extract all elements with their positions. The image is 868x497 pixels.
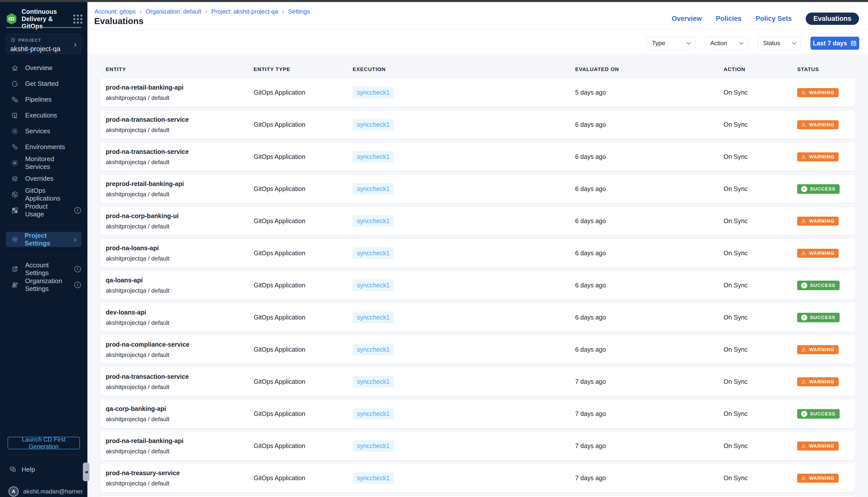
execution-link[interactable]: synccheck1 [353,247,394,259]
organization-settings-icon [11,281,18,289]
execution-link[interactable]: synccheck1 [353,472,394,484]
action-value: On Sync [724,442,797,450]
table-row[interactable]: prod-na-compliance-service akshitproject… [100,335,855,364]
execution-link[interactable]: synccheck1 [353,215,394,227]
user-profile[interactable]: A akshit.madan@harnes... [0,484,87,497]
date-range-label: Last 7 days [813,40,847,47]
execution-link[interactable]: synccheck1 [353,87,394,98]
entity-name: prod-na-retail-banking-api [106,84,254,91]
status-badge: ⚠ WARNING [797,120,839,129]
dropdown-label: Status [763,40,780,47]
execution-link[interactable]: synccheck1 [353,344,394,355]
sidebar-item-label: Product Usage [25,202,68,218]
module-switcher-icon[interactable] [73,15,82,24]
chevron-right-icon: › [74,40,76,48]
execution-link[interactable]: synccheck1 [353,440,394,452]
table-row[interactable]: prod-na-loans-api akshitprojectqa / defa… [100,239,855,267]
table-row[interactable]: prod-na-treasury-service akshitprojectqa… [100,464,855,492]
tab-policies[interactable]: Policies [716,15,741,23]
sidebar-item-executions[interactable]: Executions [0,108,87,123]
breadcrumb-link[interactable]: Account: gitops [95,8,136,15]
sidebar-item-label: Services [25,127,50,135]
table-row[interactable]: qa-loans-api akshitprojectqa / default G… [100,271,855,299]
execution-link[interactable]: synccheck1 [353,376,394,387]
status-icon: ⚠ [801,347,806,352]
project-selector[interactable]: PROJECT akshit-project-qa › [6,34,81,54]
status-badge: ⚠ WARNING [797,249,839,258]
help-button[interactable]: ? Help [0,462,87,477]
entity-scope: akshitprojectqa / default [106,191,254,198]
execution-link[interactable]: synccheck1 [353,279,394,291]
entity-name: qa-corp-banking-api [106,405,254,412]
project-label: PROJECT [18,38,41,43]
entity-type: GitOps Application [254,346,353,353]
page-tabs: OverviewPoliciesPolicy SetsEvaluations [672,13,859,25]
table-row[interactable]: preprod-retail-banking-api akshitproject… [100,175,855,203]
table-row[interactable]: prod-na-retail-banking-api akshitproject… [100,432,855,460]
project-cube-icon [10,37,16,44]
info-icon[interactable]: i [74,207,81,214]
action-value: On Sync [724,89,797,96]
table-row[interactable]: dev-loans-api akshitprojectqa / default … [100,303,855,331]
entity-name: prod-na-treasury-service [106,469,254,477]
collapse-arrow-icon: ◀ [85,470,88,474]
sidebar-item-label: GitOps Applications [25,187,81,202]
status-filter-dropdown[interactable]: Status [758,37,801,50]
sidebar-item-get-started[interactable]: Get Started [0,76,87,91]
execution-link[interactable]: synccheck1 [353,151,394,163]
execution-link[interactable]: synccheck1 [353,119,394,130]
launch-cd-first-gen-button[interactable]: Launch CD First Generation [8,437,80,449]
sidebar-item-environments[interactable]: Environments [0,139,87,155]
sidebar-item-organization-settings[interactable]: Organization Settingsi [0,277,87,293]
execution-link[interactable]: synccheck1 [353,312,394,323]
tab-overview[interactable]: Overview [672,15,702,23]
table-row[interactable]: prod-na-corp-banking-ui akshitprojectqa … [100,207,855,235]
status-icon: ⚠ [801,379,806,384]
sidebar-item-overview[interactable]: Overview [0,60,87,76]
type-filter-dropdown[interactable]: Type [647,37,696,50]
sidebar-item-monitored-services[interactable]: Monitored Services [0,155,87,171]
sidebar-item-gitops-applications[interactable]: GitOps Applications [0,186,87,202]
action-value: On Sync [724,346,797,353]
breadcrumb-link[interactable]: Organization: default [146,8,201,15]
sidebar-item-label: Organization Settings [25,277,68,293]
status-icon: ⚠ [801,90,806,95]
sidebar-item-services[interactable]: Services [0,123,87,139]
tab-policy-sets[interactable]: Policy Sets [755,15,792,23]
breadcrumb-link[interactable]: Settings [288,8,310,15]
sidebar-item-account-settings[interactable]: Account Settingsi [0,261,87,277]
status-icon: ⚠ [801,154,806,159]
status-badge: ✔ SUCCESS [797,281,840,290]
evaluations-table-body: prod-na-retail-banking-api akshitproject… [100,78,855,497]
execution-link[interactable]: synccheck1 [353,408,394,420]
entity-scope: akshitprojectqa / default [106,94,254,101]
column-header-status: STATUS [797,66,855,72]
info-icon[interactable]: i [74,266,81,272]
user-email: akshit.madan@harnes... [23,488,82,495]
breadcrumb-link[interactable]: Project: akshit-project-qa [211,8,278,15]
table-row[interactable]: prod-na-transaction-service akshitprojec… [100,368,855,396]
status-icon: ⚠ [801,218,806,224]
execution-link[interactable]: synccheck1 [353,183,394,195]
divider [6,225,81,226]
info-icon[interactable]: i [74,282,81,288]
action-filter-dropdown[interactable]: Action [705,37,748,50]
sidebar-item-product-usage[interactable]: Product Usagei [0,202,87,218]
window-chrome-strip [0,0,868,2]
sidebar-item-pipelines[interactable]: Pipelines [0,91,87,108]
date-range-button[interactable]: Last 7 days [811,37,859,50]
entity-scope: akshitprojectqa / default [106,384,254,390]
tab-evaluations[interactable]: Evaluations [806,13,859,25]
services-icon [11,128,18,135]
table-row[interactable]: prod-na-transaction-service akshitprojec… [100,143,855,171]
status-icon: ⚠ [801,251,806,256]
evaluated-on: 6 days ago [575,314,724,321]
sidebar-item-overrides[interactable]: Overrides [0,171,87,186]
table-row[interactable]: prod-na-retail-banking-api akshitproject… [100,78,855,107]
sidebar-item-project-settings[interactable]: Project Settings › [6,232,81,247]
entity-name: prod-na-loans-api [106,244,254,252]
sidebar-collapse-handle[interactable]: ◀ [83,463,89,481]
filter-bar: Type Action Status Last 7 days [647,37,859,50]
table-row[interactable]: qa-corp-banking-api akshitprojectqa / de… [100,400,855,428]
table-row[interactable]: prod-na-transaction-service akshitprojec… [100,111,855,139]
